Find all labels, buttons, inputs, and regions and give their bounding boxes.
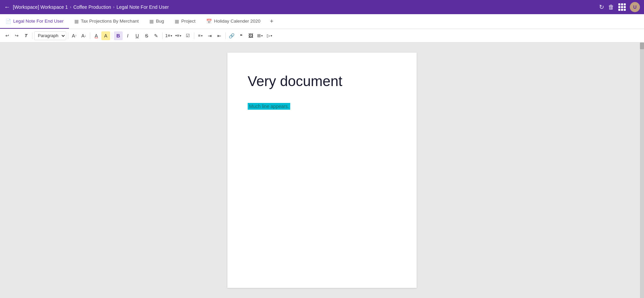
topbar-actions: ↻ 🗑 U: [599, 2, 640, 12]
outdent-button[interactable]: ⇤: [215, 31, 224, 40]
tab-legal-note-label: Legal Note For End User: [13, 19, 64, 24]
highlight-button[interactable]: ✎: [152, 31, 160, 40]
refresh-button[interactable]: ↻: [599, 3, 604, 11]
breadcrumb-project[interactable]: Coffee Production: [73, 4, 111, 10]
tab-bug[interactable]: ▦ Bug: [144, 14, 169, 29]
breadcrumb-workspace[interactable]: [Workspace] Workspace 1: [13, 4, 68, 10]
paragraph-select-group: Paragraph Heading 1 Heading 2 Heading 3: [34, 31, 66, 40]
breadcrumb-sep2: ›: [113, 5, 115, 9]
tab-holiday-calendar[interactable]: 📅 Holiday Calender 2020: [201, 14, 266, 29]
grid-icon-tab3: ▦: [175, 19, 179, 24]
scrollbar-thumb[interactable]: [640, 43, 644, 49]
divider-3: [90, 32, 90, 39]
paragraph-style-select[interactable]: Paragraph Heading 1 Heading 2 Heading 3: [34, 31, 66, 40]
avatar[interactable]: U: [630, 2, 640, 12]
bullet-list-button[interactable]: •≡▾: [174, 31, 183, 40]
tab-project[interactable]: ▦ Project: [169, 14, 201, 29]
main-content-area: Very document Much line appears.: [0, 43, 644, 298]
undo-button[interactable]: ↩: [3, 31, 11, 40]
back-button[interactable]: ←: [4, 4, 10, 11]
document-page[interactable]: Very document Much line appears.: [227, 53, 417, 288]
doc-icon: 📄: [5, 19, 11, 24]
table-button[interactable]: ⊞▾: [256, 31, 265, 40]
tab-bug-label: Bug: [156, 19, 164, 24]
grid-icon-tab2: ▦: [149, 19, 154, 24]
text-bg-color-button[interactable]: A: [101, 31, 110, 40]
underline-button[interactable]: U: [133, 31, 142, 40]
bold-button[interactable]: B: [114, 31, 123, 40]
font-size-up-button[interactable]: A↑: [70, 31, 79, 40]
grid-icon-tab1: ▦: [74, 19, 79, 24]
divider-1: [32, 32, 32, 39]
font-color-button[interactable]: A: [92, 31, 101, 40]
add-tab-button[interactable]: +: [266, 14, 278, 29]
apps-grid-button[interactable]: [618, 3, 626, 11]
divider-4: [112, 32, 112, 39]
tab-legal-note[interactable]: 📄 Legal Note For End User: [0, 14, 69, 29]
clear-format-button[interactable]: T: [22, 31, 30, 40]
italic-button[interactable]: I: [123, 31, 132, 40]
font-size-down-button[interactable]: A↓: [79, 31, 88, 40]
embed-button[interactable]: ▷▾: [265, 31, 274, 40]
breadcrumb: [Workspace] Workspace 1 › Coffee Product…: [13, 4, 596, 10]
quote-button[interactable]: ❝: [237, 31, 246, 40]
tab-project-label: Project: [181, 19, 195, 24]
tab-tax-projections[interactable]: ▦ Tax Projections By Merchant: [69, 14, 144, 29]
calendar-icon: 📅: [206, 19, 212, 24]
tab-bar: 📄 Legal Note For End User ▦ Tax Projecti…: [0, 14, 644, 29]
trash-button[interactable]: 🗑: [608, 4, 614, 11]
highlighted-text: Much line appears.: [248, 103, 290, 110]
breadcrumb-sep1: ›: [70, 5, 71, 9]
divider-6: [194, 32, 194, 39]
redo-button[interactable]: ↪: [12, 31, 21, 40]
strikethrough-button[interactable]: S: [142, 31, 151, 40]
tab-tax-projections-label: Tax Projections By Merchant: [81, 19, 139, 24]
divider-5: [162, 32, 163, 39]
link-button[interactable]: 🔗: [227, 31, 236, 40]
document-body: Much line appears.: [248, 103, 396, 109]
align-button[interactable]: ≡▾: [196, 31, 205, 40]
top-navigation-bar: ← [Workspace] Workspace 1 › Coffee Produ…: [0, 0, 644, 14]
tab-holiday-calendar-label: Holiday Calender 2020: [214, 19, 260, 24]
divider-2: [68, 32, 68, 39]
document-title: Very document: [248, 73, 396, 90]
divider-7: [225, 32, 226, 39]
ordered-list-button[interactable]: 1≡▾: [164, 31, 173, 40]
checklist-button[interactable]: ☑: [183, 31, 192, 40]
image-button[interactable]: 🖼: [246, 31, 255, 40]
editor-toolbar: ↩ ↪ T Paragraph Heading 1 Heading 2 Head…: [0, 29, 644, 43]
scrollbar-track[interactable]: [640, 43, 644, 298]
breadcrumb-page[interactable]: Legal Note For End User: [117, 4, 169, 10]
indent-button[interactable]: ⇥: [205, 31, 214, 40]
